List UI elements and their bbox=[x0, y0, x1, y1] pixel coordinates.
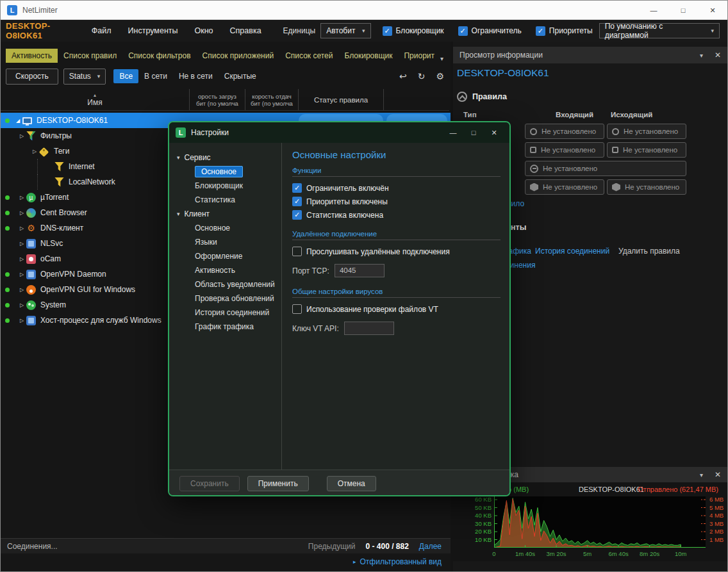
collapsed-arrow-icon[interactable]: ▷ bbox=[17, 256, 26, 262]
menu-toggle[interactable]: ✓Приоритеты bbox=[536, 26, 593, 36]
layout-dropdown[interactable]: По умолчанию с диаграммой ▾ bbox=[599, 23, 720, 38]
checkbox-icon[interactable] bbox=[292, 304, 302, 314]
collapsed-arrow-icon[interactable]: ▷ bbox=[17, 302, 26, 308]
settings-checkbox-row[interactable]: ✓Ограничитель включён bbox=[292, 183, 500, 193]
tool-link[interactable]: Удалить правила bbox=[618, 247, 680, 256]
rule-value-box[interactable]: Не установлено bbox=[525, 161, 686, 176]
settings-nav-group[interactable]: ▾Клиент bbox=[169, 207, 281, 221]
panel-close-icon[interactable]: ✕ bbox=[715, 51, 721, 60]
collapsed-arrow-icon[interactable]: ▷ bbox=[17, 195, 26, 200]
rule-value-box[interactable]: Не установлено bbox=[607, 179, 686, 195]
tool-link[interactable]: История соединений bbox=[535, 247, 609, 256]
collapsed-arrow-icon[interactable]: ▷ bbox=[17, 241, 26, 247]
column-header-name[interactable]: ▴ Имя bbox=[1, 89, 190, 110]
checkbox-icon[interactable]: ✓ bbox=[292, 183, 302, 193]
panel-collapse-icon[interactable]: ▾ bbox=[700, 471, 703, 478]
column-header-upload[interactable]: корость отдач бит (по умолча bbox=[245, 89, 299, 110]
settings-dialog-titlebar[interactable]: L Настройки — □ ✕ bbox=[169, 122, 509, 143]
settings-checkbox-row[interactable]: ✓Приоритеты включены bbox=[292, 197, 500, 206]
tab-item[interactable]: Список фильтров bbox=[122, 49, 196, 63]
units-dropdown[interactable]: Автобит ▾ bbox=[320, 23, 370, 38]
speed-button[interactable]: Скорость bbox=[6, 69, 58, 85]
collapsed-arrow-icon[interactable]: ▷ bbox=[17, 210, 26, 216]
menu-item[interactable]: Файл bbox=[92, 26, 112, 35]
settings-nav-item[interactable]: Оформление bbox=[169, 249, 281, 263]
dialog-close-button[interactable]: ✕ bbox=[484, 122, 504, 143]
settings-nav-item[interactable]: Блокировщик bbox=[169, 179, 281, 193]
expanded-arrow-icon[interactable]: ◢ bbox=[13, 118, 22, 124]
settings-checkbox-row[interactable]: Использование проверки файлов VT bbox=[292, 304, 500, 314]
previous-page-button[interactable]: Предыдущий bbox=[308, 542, 356, 551]
tab-active[interactable]: Активность bbox=[6, 49, 58, 63]
settings-nav-item[interactable]: Основное bbox=[169, 221, 281, 235]
collapsed-arrow-icon[interactable]: ▷ bbox=[17, 225, 26, 231]
tab-item[interactable]: Список приложений bbox=[197, 49, 280, 63]
maximize-button[interactable]: □ bbox=[668, 1, 698, 20]
dialog-minimize-button[interactable]: — bbox=[443, 122, 463, 143]
tab-item[interactable]: Блокировщик bbox=[338, 49, 398, 63]
save-button[interactable]: Сохранить bbox=[179, 476, 240, 491]
refresh-icon[interactable]: ↻ bbox=[418, 71, 426, 81]
menu-toggle-label: Ограничитель bbox=[472, 26, 522, 35]
settings-nav-item[interactable]: Языки bbox=[169, 235, 281, 249]
close-button[interactable]: ✕ bbox=[698, 1, 727, 20]
status-dropdown[interactable]: Status ▾ bbox=[63, 69, 106, 85]
settings-nav-group[interactable]: ▾Сервис bbox=[169, 151, 281, 165]
y-axis-label-left: 60 KB bbox=[466, 496, 492, 503]
settings-checkbox-row[interactable]: Прослушивать удалённые подключения bbox=[292, 247, 500, 256]
collapsed-arrow-icon[interactable]: ▷ bbox=[30, 149, 39, 154]
checkbox-icon[interactable]: ✓ bbox=[383, 26, 392, 36]
settings-nav-item[interactable]: Область уведомлений bbox=[169, 277, 281, 291]
checkbox-icon[interactable] bbox=[292, 247, 302, 256]
collapsed-arrow-icon[interactable]: ▷ bbox=[17, 272, 26, 277]
settings-checkbox-row[interactable]: ✓Статистика включена bbox=[292, 210, 500, 220]
menu-item[interactable]: Окно bbox=[195, 26, 213, 35]
rule-value-box[interactable]: Не установлено bbox=[525, 142, 604, 158]
tab-item[interactable]: Приорит bbox=[398, 49, 440, 63]
rule-value-box[interactable]: Не установлено bbox=[607, 124, 686, 139]
menu-toggle[interactable]: ✓Ограничитель bbox=[458, 26, 522, 36]
settings-nav-item[interactable]: Основное bbox=[169, 165, 281, 179]
checkbox-icon[interactable]: ✓ bbox=[292, 210, 302, 220]
collapsed-arrow-icon[interactable]: ▷ bbox=[17, 287, 26, 293]
filtered-view-link[interactable]: Отфильтрованный вид bbox=[360, 557, 442, 566]
gear-icon[interactable]: ⚙ bbox=[436, 71, 444, 81]
cancel-button[interactable]: Отмена bbox=[327, 476, 376, 491]
settings-nav-item[interactable]: Статистика bbox=[169, 193, 281, 207]
tab-overflow-chevron-icon[interactable]: ▾ bbox=[440, 55, 443, 62]
column-header-download[interactable]: орость загруз бит (по умолча bbox=[190, 89, 245, 110]
panel-collapse-icon[interactable]: ▾ bbox=[700, 52, 703, 59]
tab-item[interactable]: Список правил bbox=[58, 49, 122, 63]
minimize-button[interactable]: — bbox=[639, 1, 668, 20]
rules-section-header[interactable]: Правила bbox=[457, 92, 507, 102]
tab-item[interactable]: Список сетей bbox=[279, 49, 338, 63]
rule-value-box[interactable]: Не установлено bbox=[525, 124, 604, 139]
rule-value-box[interactable]: Не установлено bbox=[525, 179, 604, 195]
panel-close-icon[interactable]: ✕ bbox=[715, 470, 721, 479]
menu-toggle-label: Блокировщик bbox=[396, 26, 444, 35]
settings-nav-item[interactable]: Активность bbox=[169, 263, 281, 277]
filter-segment[interactable]: Все bbox=[113, 69, 138, 83]
filter-segment[interactable]: В сети bbox=[138, 69, 173, 83]
checkbox-icon[interactable]: ✓ bbox=[458, 26, 468, 36]
collapsed-arrow-icon[interactable]: ▷ bbox=[17, 133, 26, 139]
undo-icon[interactable]: ↩ bbox=[399, 71, 407, 81]
text-input[interactable] bbox=[344, 322, 394, 335]
settings-nav-item[interactable]: Проверка обновлений bbox=[169, 291, 281, 306]
menu-item[interactable]: Справка bbox=[230, 26, 261, 35]
dialog-maximize-button[interactable]: □ bbox=[463, 122, 484, 143]
column-header-rule-status[interactable]: Статус правила bbox=[299, 89, 384, 110]
apply-button[interactable]: Применить bbox=[247, 476, 309, 491]
settings-nav-item[interactable]: График трафика bbox=[169, 320, 281, 334]
filter-segment[interactable]: Не в сети bbox=[173, 69, 219, 83]
rule-value-box[interactable]: Не установлено bbox=[607, 142, 686, 158]
text-input[interactable]: 4045 bbox=[335, 264, 385, 277]
menu-item[interactable]: Инструменты bbox=[128, 26, 178, 35]
filter-segment[interactable]: Скрытые bbox=[219, 69, 262, 83]
next-page-button[interactable]: Далее bbox=[419, 542, 442, 551]
collapsed-arrow-icon[interactable]: ▷ bbox=[17, 318, 26, 323]
checkbox-icon[interactable]: ✓ bbox=[536, 26, 545, 36]
checkbox-icon[interactable]: ✓ bbox=[292, 197, 302, 206]
menu-toggle[interactable]: ✓Блокировщик bbox=[383, 26, 444, 36]
settings-nav-item[interactable]: История соединений bbox=[169, 306, 281, 320]
